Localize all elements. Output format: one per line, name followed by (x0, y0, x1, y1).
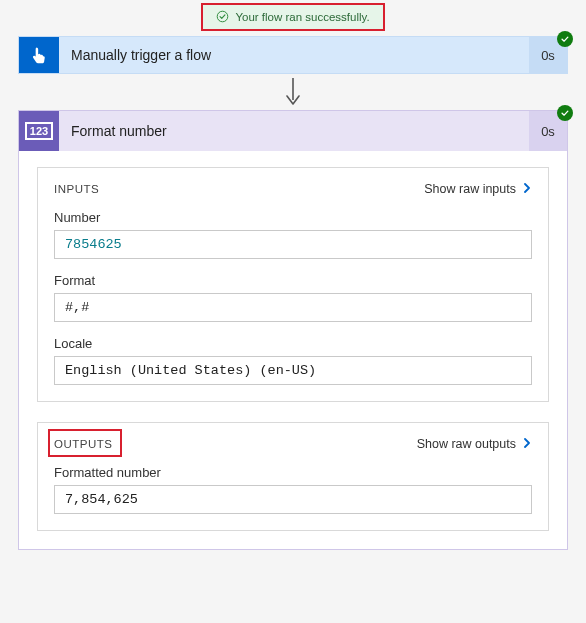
success-text: Your flow ran successfully. (235, 11, 369, 23)
inputs-section: INPUTS Show raw inputs Number 7854625 Fo… (37, 167, 549, 402)
action-card: 123 Format number 0s INPUTS Show raw inp… (18, 110, 568, 550)
field-number: Number 7854625 (54, 210, 532, 259)
formatted-label: Formatted number (54, 465, 532, 480)
success-check-icon (557, 105, 573, 121)
chevron-right-icon (522, 182, 532, 196)
connector-arrow (0, 74, 586, 110)
outputs-section: OUTPUTS Show raw outputs Formatted numbe… (37, 422, 549, 531)
svg-point-0 (218, 11, 229, 22)
field-format: Format #,# (54, 273, 532, 322)
format-label: Format (54, 273, 532, 288)
outputs-heading: OUTPUTS (54, 438, 112, 450)
trigger-title: Manually trigger a flow (59, 37, 529, 73)
field-locale: Locale English (United States) (en-US) (54, 336, 532, 385)
number-value[interactable]: 7854625 (54, 230, 532, 259)
show-raw-inputs-label: Show raw inputs (424, 182, 516, 196)
formatted-value[interactable]: 7,854,625 (54, 485, 532, 514)
show-raw-outputs-label: Show raw outputs (417, 437, 516, 451)
success-banner: Your flow ran successfully. (202, 4, 384, 30)
check-circle-icon (216, 10, 229, 25)
action-header[interactable]: 123 Format number 0s (19, 111, 567, 151)
locale-value[interactable]: English (United States) (en-US) (54, 356, 532, 385)
inputs-heading: INPUTS (54, 183, 99, 195)
format-value[interactable]: #,# (54, 293, 532, 322)
flow-run-canvas: Your flow ran successfully. Manually tri… (0, 0, 586, 623)
action-title: Format number (59, 111, 529, 151)
finger-tap-icon (19, 37, 59, 73)
success-check-icon (557, 31, 573, 47)
locale-label: Locale (54, 336, 532, 351)
show-raw-inputs-link[interactable]: Show raw inputs (424, 182, 532, 196)
action-body: INPUTS Show raw inputs Number 7854625 Fo… (19, 151, 567, 549)
show-raw-outputs-link[interactable]: Show raw outputs (417, 437, 532, 451)
field-formatted-number: Formatted number 7,854,625 (54, 465, 532, 514)
trigger-card[interactable]: Manually trigger a flow 0s (18, 36, 568, 74)
number-icon-text: 123 (25, 122, 53, 140)
chevron-right-icon (522, 437, 532, 451)
number-label: Number (54, 210, 532, 225)
format-number-icon: 123 (19, 111, 59, 151)
